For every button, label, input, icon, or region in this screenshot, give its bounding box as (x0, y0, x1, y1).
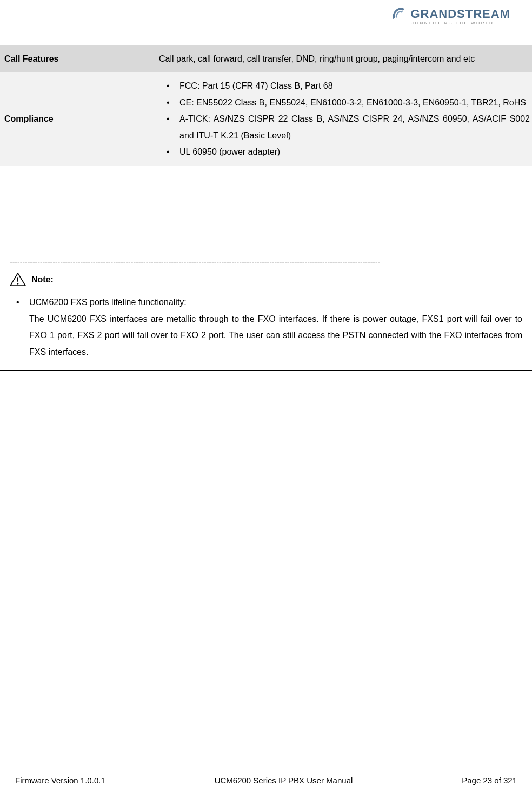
table-row: Call Features Call park, call forward, c… (0, 45, 532, 72)
warning-icon (10, 273, 26, 287)
note-block: Note: UCM6200 FXS ports lifeline functio… (0, 273, 532, 371)
svg-point-1 (17, 283, 19, 285)
brand-tagline: CONNECTING THE WORLD (410, 21, 510, 25)
table-row: Compliance FCC: Part 15 (CFR 47) Class B… (0, 72, 532, 166)
spec-value-compliance: FCC: Part 15 (CFR 47) Class B, Part 68 C… (157, 72, 532, 166)
grandstream-logo-icon (390, 5, 407, 23)
note-header: Note: (10, 273, 522, 287)
brand-logo: GRANDSTREAM CONNECTING THE WORLD (390, 5, 510, 25)
list-item: A-TICK: AS/NZS CISPR 22 Class B, AS/NZS … (161, 111, 530, 144)
list-item: CE: EN55022 Class B, EN55024, EN61000-3-… (161, 95, 530, 111)
list-item: UCM6200 FXS ports lifeline functionality… (10, 294, 522, 360)
page-header: GRANDSTREAM CONNECTING THE WORLD (0, 0, 532, 37)
spec-table: Call Features Call park, call forward, c… (0, 45, 532, 166)
dashed-divider: ----------------------------------------… (10, 257, 522, 266)
page-footer: Firmware Version 1.0.0.1 UCM6200 Series … (0, 776, 532, 785)
spec-label-call-features: Call Features (0, 45, 157, 72)
brand-name: GRANDSTREAM (410, 7, 510, 21)
note-item-body: The UCM6200 FXS interfaces are metallic … (29, 311, 522, 360)
note-item-title: UCM6200 FXS ports lifeline functionality… (29, 294, 522, 311)
note-label: Note: (31, 275, 54, 285)
footer-firmware-version: Firmware Version 1.0.0.1 (15, 776, 105, 785)
footer-manual-title: UCM6200 Series IP PBX User Manual (215, 776, 353, 785)
spec-value-call-features: Call park, call forward, call transfer, … (157, 45, 532, 72)
spec-label-compliance: Compliance (0, 72, 157, 166)
list-item: FCC: Part 15 (CFR 47) Class B, Part 68 (161, 78, 530, 94)
list-item: UL 60950 (power adapter) (161, 144, 530, 160)
footer-page-number: Page 23 of 321 (462, 776, 517, 785)
note-list: UCM6200 FXS ports lifeline functionality… (10, 294, 522, 360)
